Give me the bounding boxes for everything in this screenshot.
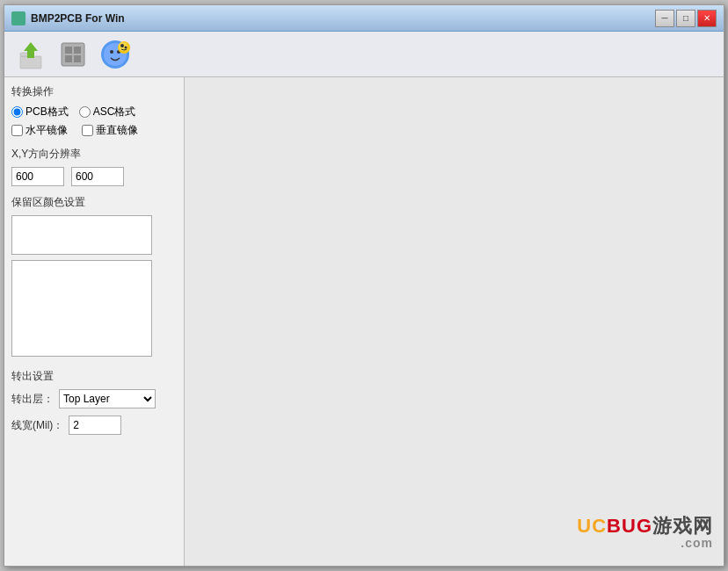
conversion-title: 转换操作: [11, 84, 177, 99]
linewidth-input[interactable]: [69, 416, 121, 435]
close-button[interactable]: ✕: [697, 10, 717, 27]
svg-point-16: [125, 46, 127, 48]
mirror-checkbox-group: 水平镜像 垂直镜像: [11, 123, 177, 138]
window-icon: [11, 11, 25, 25]
restore-button[interactable]: □: [676, 10, 695, 27]
svg-rect-5: [65, 47, 72, 54]
linewidth-row: 线宽(Mil)：: [11, 416, 177, 435]
mirror-h-checkbox[interactable]: [11, 125, 23, 136]
left-panel: 转换操作 PCB格式 ASC格式: [4, 77, 185, 566]
mirror-v-checkbox[interactable]: [82, 125, 93, 136]
pcb-format-label[interactable]: PCB格式: [11, 105, 69, 119]
window-controls: ─ □ ✕: [655, 10, 717, 27]
resolution-title: X,Y方向分辨率: [11, 147, 177, 162]
window-title: BMP2PCB For Win: [31, 12, 655, 25]
toolbar: [4, 32, 724, 77]
mirror-h-label[interactable]: 水平镜像: [11, 123, 68, 138]
resolution-y-input[interactable]: [71, 167, 124, 186]
svg-point-11: [110, 50, 113, 54]
color-section: 保留区颜色设置: [11, 195, 177, 357]
pcb-format-text: PCB格式: [25, 105, 69, 119]
about-button[interactable]: [96, 35, 135, 74]
format-radio-group: PCB格式 ASC格式: [11, 105, 177, 119]
pcb-format-radio[interactable]: [11, 106, 23, 118]
layer-row: 转出层： Top Layer Bottom Layer Inner Layer …: [11, 389, 177, 408]
svg-rect-3: [27, 51, 34, 58]
open-file-button[interactable]: [11, 35, 50, 74]
window-body: 转换操作 PCB格式 ASC格式: [4, 77, 724, 566]
minimize-button[interactable]: ─: [655, 10, 674, 27]
linewidth-label: 线宽(Mil)：: [11, 418, 63, 433]
conversion-section: 转换操作 PCB格式 ASC格式: [11, 84, 177, 138]
color-preview[interactable]: [11, 215, 152, 255]
right-panel: [185, 77, 724, 566]
main-window: BMP2PCB For Win ─ □ ✕: [4, 4, 724, 567]
svg-point-15: [120, 44, 124, 47]
svg-rect-8: [74, 55, 81, 62]
output-section: 转出设置 转出层： Top Layer Bottom Layer Inner L…: [11, 369, 177, 442]
content-area: 转换操作 PCB格式 ASC格式: [4, 77, 724, 566]
asc-format-label[interactable]: ASC格式: [79, 105, 136, 119]
resolution-inputs: [11, 167, 177, 186]
svg-rect-6: [74, 47, 81, 54]
svg-rect-0: [20, 56, 41, 69]
mirror-v-label[interactable]: 垂直镜像: [82, 123, 138, 138]
svg-rect-7: [65, 55, 72, 62]
title-bar: BMP2PCB For Win ─ □ ✕: [4, 5, 724, 32]
asc-format-text: ASC格式: [93, 105, 136, 119]
layer-label: 转出层：: [11, 392, 54, 407]
mirror-h-text: 水平镜像: [25, 123, 68, 138]
resolution-section: X,Y方向分辨率: [11, 147, 177, 186]
output-section-title: 转出设置: [11, 369, 177, 384]
layer-select[interactable]: Top Layer Bottom Layer Inner Layer 1 Inn…: [59, 389, 156, 408]
svg-rect-4: [62, 43, 84, 66]
color-section-title: 保留区颜色设置: [11, 195, 177, 210]
resolution-x-input[interactable]: [11, 167, 64, 186]
asc-format-radio[interactable]: [79, 106, 91, 118]
settings-button[interactable]: [54, 35, 92, 74]
mirror-v-text: 垂直镜像: [96, 123, 138, 138]
color-list[interactable]: [11, 260, 152, 357]
